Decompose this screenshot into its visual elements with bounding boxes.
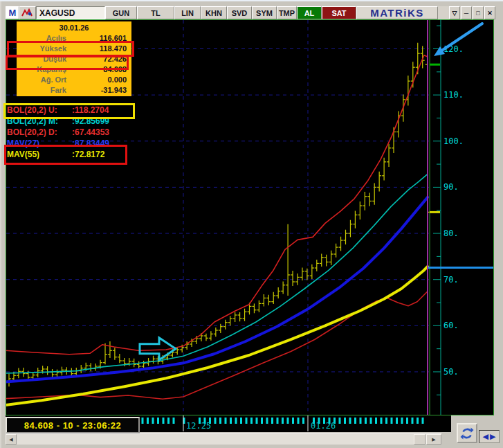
info-date: 30.01.26	[17, 23, 131, 33]
window-menu-button[interactable]: ▽	[449, 6, 460, 19]
annotation-box-mav55	[4, 145, 127, 165]
toolbar-button-khn[interactable]: KHN	[201, 6, 227, 19]
svg-text:100.: 100.	[443, 136, 464, 146]
svg-text:70.: 70.	[443, 275, 459, 285]
info-label: Fark	[17, 85, 66, 96]
nav-next-button[interactable]: ▶	[490, 432, 495, 441]
toolbar-button-gun[interactable]: GUN	[105, 6, 137, 19]
titlebar: M XAGUSD GUN TL LIN KHN SVD SYM TMP AL S…	[6, 6, 495, 19]
indicator-bol-lower: BOL(20,2) D::67.44353	[7, 127, 109, 138]
toolbar-button-lin[interactable]: LIN	[174, 6, 201, 19]
refresh-icon	[460, 427, 474, 440]
annotation-box-bol-upper	[3, 103, 135, 119]
svg-text:60.: 60.	[443, 321, 459, 330]
bar-nav-panel: ◀ ▶	[479, 430, 500, 443]
info-value: 0.000	[66, 75, 131, 85]
titlebar-spacer	[438, 6, 448, 19]
h-scrollbar[interactable]: ◀ ▶	[6, 433, 441, 445]
scrollbar-thumb[interactable]	[414, 434, 426, 445]
refresh-button[interactable]	[457, 423, 477, 443]
toolbar-button-tmp[interactable]: TMP	[277, 6, 297, 19]
nav-prev-button[interactable]: ◀	[483, 432, 488, 441]
last-trade-text: 84.608 - 10 - 23:06:22	[24, 420, 121, 431]
matriks-m-button[interactable]: M	[6, 6, 19, 19]
indicator-value: :67.44353	[72, 127, 109, 138]
annotation-box-yuksek	[7, 41, 134, 57]
svg-text:12.25: 12.25	[186, 421, 211, 431]
buy-button[interactable]: AL	[297, 6, 322, 19]
svg-text:90.: 90.	[443, 182, 459, 192]
svg-text:110.: 110.	[443, 90, 464, 100]
symbol-input[interactable]: XAGUSD	[36, 6, 105, 19]
scroll-right-button[interactable]: ▶	[426, 434, 441, 445]
minimize-button[interactable]: ─	[461, 6, 472, 19]
maximize-button[interactable]: □	[473, 6, 484, 19]
sell-button[interactable]: SAT	[322, 6, 356, 19]
svg-text:50.: 50.	[443, 367, 459, 377]
indicator-name: BOL(20,2) D:	[7, 127, 72, 138]
info-row-agort: Ağ. Ort0.000	[17, 75, 131, 85]
toolbar-button-svd[interactable]: SVD	[227, 6, 252, 19]
toolbar-button-tl[interactable]: TL	[137, 6, 174, 19]
info-label: Ağ. Ort	[17, 75, 66, 85]
matriks-chart-window: M XAGUSD GUN TL LIN KHN SVD SYM TMP AL S…	[0, 0, 503, 448]
chart-logo-icon[interactable]	[19, 6, 36, 19]
matriks-brand-logo: MATRiKS	[356, 6, 438, 19]
info-row-fark: Fark-31.943	[17, 85, 131, 96]
scroll-right-icon: ▶	[432, 437, 435, 442]
svg-text:01.26: 01.26	[311, 421, 336, 431]
bull-chart-icon	[21, 8, 34, 17]
toolbar-button-sym[interactable]: SYM	[252, 6, 277, 19]
svg-text:80.: 80.	[443, 229, 459, 238]
scroll-left-button[interactable]: ◀	[6, 434, 17, 445]
scroll-left-icon: ◀	[9, 437, 12, 442]
close-button[interactable]: ✕	[484, 6, 495, 19]
last-trade-box: 84.608 - 10 - 23:06:22	[6, 417, 140, 433]
info-value: -31.943	[66, 85, 131, 96]
annotation-box-dusuk	[6, 55, 129, 70]
